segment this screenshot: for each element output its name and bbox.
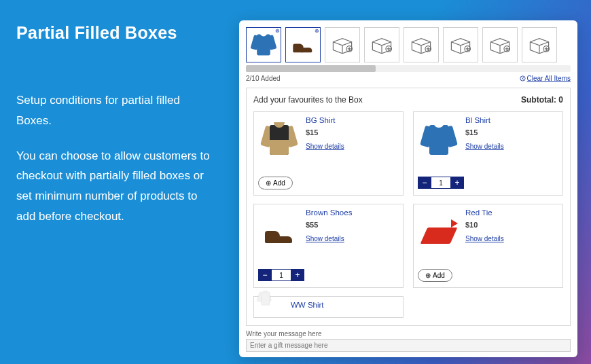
box-builder-window: ⊗ ⊗ 2/10 Added: [239, 20, 577, 357]
plus-icon: ⊕: [425, 272, 431, 279]
product-card-bl-shirt: Bl Shirt $15 Show details − +: [413, 111, 563, 196]
product-name[interactable]: Bl Shirt: [465, 116, 557, 124]
favourites-box: Add your favourites to the Box Subtotal:…: [246, 88, 571, 326]
product-name[interactable]: Red Tie: [465, 208, 557, 217]
box-slot-empty[interactable]: [404, 27, 439, 62]
box-slot-1[interactable]: ⊗: [246, 27, 281, 62]
clear-all-items-label: Clear All Items: [527, 75, 571, 82]
product-image: [418, 116, 460, 164]
qty-decrease-button[interactable]: −: [258, 269, 272, 281]
show-details-link[interactable]: Show details: [306, 235, 344, 242]
qty-input[interactable]: [431, 177, 450, 189]
quantity-stepper: − +: [258, 269, 304, 281]
empty-box-icon: [331, 36, 354, 54]
feature-description: Setup conditions for partial filled Boxe…: [16, 90, 213, 227]
product-price: $15: [306, 128, 397, 136]
subtotal-label: Subtotal:: [521, 95, 556, 105]
product-card-red-tie: Red Tie $10 Show details ⊕ Add: [413, 204, 563, 288]
empty-box-icon: [488, 36, 512, 54]
slots-added-count: 2/10 Added: [246, 75, 281, 82]
box-slots-row: ⊗ ⊗: [246, 27, 571, 62]
box-slot-empty[interactable]: [522, 27, 557, 62]
product-name[interactable]: WW Shirt: [291, 301, 397, 309]
remove-slot-icon[interactable]: ⊗: [313, 28, 320, 35]
box-slot-empty[interactable]: [443, 27, 478, 62]
product-price: $55: [306, 221, 397, 229]
feature-title: Partial Filled Boxes: [16, 23, 213, 43]
subtotal-value: 0: [558, 95, 563, 105]
box-slot-2[interactable]: ⊗: [285, 27, 321, 62]
show-details-link[interactable]: Show details: [306, 143, 344, 150]
empty-box-icon: [370, 36, 393, 54]
clear-all-items-link[interactable]: Clear All Items: [520, 75, 571, 82]
qty-increase-button[interactable]: +: [291, 269, 304, 281]
plus-icon: ⊕: [266, 179, 271, 187]
show-details-link[interactable]: Show details: [465, 235, 504, 242]
feature-desc-p1: Setup conditions for partial filled Boxe…: [16, 90, 213, 131]
empty-box-icon: [528, 36, 551, 54]
gift-message-input[interactable]: [246, 339, 571, 352]
qty-increase-button[interactable]: +: [450, 177, 464, 189]
add-button[interactable]: ⊕ Add: [418, 269, 452, 282]
qty-decrease-button[interactable]: −: [418, 177, 431, 189]
quantity-stepper: − +: [418, 177, 464, 189]
show-details-link[interactable]: Show details: [465, 143, 504, 150]
slot-thumb-blue-shirt: [252, 31, 275, 58]
product-card-bg-shirt: BG Shirt $15 Show details ⊕ Add: [253, 111, 404, 196]
add-button-label: Add: [273, 179, 285, 187]
empty-box-icon: [449, 36, 472, 54]
product-price: $10: [465, 221, 557, 229]
slot-thumb-brown-shoes: [291, 35, 315, 56]
qty-input[interactable]: [272, 269, 291, 281]
subtotal-display: Subtotal: 0: [521, 95, 563, 105]
feature-desc-p2: You can choose to allow customers to che…: [16, 146, 213, 227]
empty-box-icon: [410, 36, 433, 54]
box-slot-empty[interactable]: [364, 27, 399, 62]
product-image: [258, 116, 300, 164]
slots-scrollbar[interactable]: [246, 65, 571, 72]
product-image: [418, 208, 460, 256]
product-image: [258, 301, 285, 317]
gift-message-label: Write your message here: [246, 330, 571, 338]
product-price: $15: [465, 128, 557, 136]
product-card-brown-shoes: Brown Shoes $55 Show details − +: [253, 204, 404, 288]
slots-scrollbar-thumb[interactable]: [246, 65, 376, 72]
clear-icon: [520, 75, 526, 81]
favourites-heading: Add your favourites to the Box: [253, 95, 363, 105]
add-button-label: Add: [433, 272, 445, 279]
box-slot-empty[interactable]: [482, 27, 518, 62]
box-slot-empty[interactable]: [325, 27, 360, 62]
product-name[interactable]: Brown Shoes: [306, 208, 397, 217]
add-button[interactable]: ⊕ Add: [258, 177, 293, 189]
product-card-ww-shirt: WW Shirt: [253, 296, 404, 318]
product-name[interactable]: BG Shirt: [306, 116, 397, 124]
product-image: [258, 208, 300, 256]
